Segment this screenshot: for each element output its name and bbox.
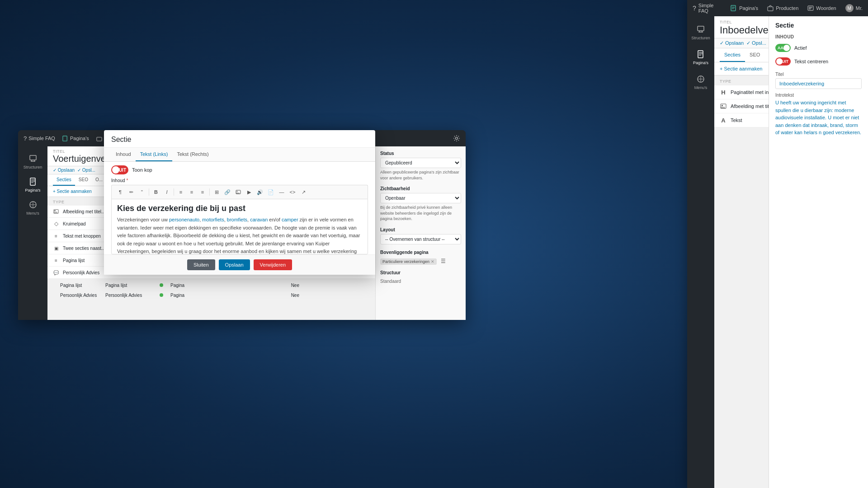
toolbar-list-ol[interactable]: ≡ (187, 187, 197, 197)
front-tab-seo[interactable]: SEO (75, 174, 92, 186)
toolbar-file[interactable]: 📄 (266, 187, 276, 197)
sectie-title-input[interactable] (775, 78, 862, 89)
svg-rect-11 (63, 136, 67, 141)
modal-tabs: Inhoud Tekst (Links) Tekst (Rechts) (104, 148, 375, 162)
front-layout-section: Layout -- Overnemen van structuur -- (380, 227, 461, 244)
front-twee-secties-icon: ▣ (53, 245, 59, 251)
back-nav-paginas[interactable]: Pagina's (687, 46, 714, 69)
toolbar-link[interactable]: 🔗 (222, 187, 232, 197)
front-bovenliggende-tag[interactable]: Particuliere verzekeringen ✕ (380, 258, 437, 265)
toggle-uit[interactable]: UIT (775, 57, 791, 66)
menus-icon (696, 74, 706, 84)
front-zichtbaarheid-desc: Bij de zichtbaarheid privé kunnen alleen… (380, 205, 461, 222)
back-tab-seo[interactable]: SEO (745, 48, 764, 62)
toolbar-list-ul[interactable]: ≡ (198, 187, 208, 197)
front-nav-paginas[interactable]: Pagina's (18, 173, 47, 196)
svg-rect-20 (30, 155, 36, 160)
toolbar-align-left[interactable]: ≡ (176, 187, 186, 197)
front-preview-button[interactable]: ✓ Opsl... (77, 168, 95, 173)
modal-toolbar: ¶ ✏ " B I ≡ ≡ ≡ ⊞ 🔗 ▶ 🔊 📄 — <> ↗ (111, 185, 368, 199)
front-layout-title: Layout (380, 227, 461, 232)
modal-tab-tekst-rechts[interactable]: Tekst (Rechts) (172, 148, 213, 161)
front-status-select[interactable]: Gepubliceerd (380, 158, 461, 168)
toolbar-italic[interactable]: I (162, 187, 172, 197)
front-tab-secties[interactable]: Secties (53, 174, 75, 186)
toolbar-bold[interactable]: B (151, 187, 161, 197)
front-paginas-icon (28, 177, 38, 187)
svg-rect-7 (698, 51, 703, 58)
svg-rect-4 (768, 7, 773, 11)
table-row[interactable]: Pagina lijst Pagina lijst Pagina Nee (47, 281, 375, 291)
back-nav-menus[interactable]: Menu's (687, 70, 714, 94)
modal-link-motorfiets[interactable]: motorfiets (202, 217, 224, 222)
svg-rect-1 (732, 7, 735, 7)
toolbar-pen[interactable]: ✏ (126, 187, 136, 197)
back-topbar-products[interactable]: Producten (767, 5, 798, 11)
modal-tab-inhoud[interactable]: Inhoud (111, 148, 136, 161)
front-zichtbaarheid-title: Zichtbaarheid (380, 186, 461, 191)
sectie-inhoud-label: Inhoud (769, 33, 868, 41)
modal-sluiten-button[interactable]: Sluiten (187, 259, 215, 270)
modal-editor[interactable]: Kies de verzekering die bij u past Verze… (111, 199, 368, 254)
front-zichtbaarheid-section: Zichtbaarheid Openbaar Bij de zichtbaarh… (380, 186, 461, 222)
modal-link-bromfiets[interactable]: bromfiets (227, 217, 247, 222)
toolbar-quote[interactable]: " (137, 187, 147, 197)
modal-verwijderen-button[interactable]: Verwijderen (254, 259, 292, 270)
front-sidebar: Structuren Pagina's Menu's (18, 146, 47, 320)
front-table: Pagina lijst Pagina lijst Pagina Nee Per… (47, 281, 375, 300)
toolbar-hr[interactable]: — (277, 187, 287, 197)
modal-toon-kop-toggle[interactable]: UIT (111, 165, 128, 174)
back-topbar-user[interactable]: M Mr. (845, 4, 863, 12)
toolbar-code[interactable]: <> (288, 187, 297, 197)
back-nav-structuren[interactable]: Structuren (687, 21, 714, 44)
front-bovenliggende-section: Bovenliggende pagina Particuliere verzek… (380, 250, 461, 265)
back-topbar-words[interactable]: Woorden (807, 5, 836, 11)
toggle-aan-caption: Actief (794, 45, 807, 51)
front-status-title: Status (380, 151, 461, 156)
table-row[interactable]: Persoonlijk Advies Persoonlijk Advies Pa… (47, 291, 375, 300)
modal-required-indicator: * (126, 178, 128, 183)
toggle-uit-caption: Tekst centreren (794, 59, 828, 64)
svg-rect-6 (698, 26, 704, 31)
back-tab-secties[interactable]: Secties (720, 48, 745, 62)
sectie-title-label: Titel (769, 68, 868, 78)
toggle-aan[interactable]: AAN (775, 44, 791, 52)
modal-tab-tekst-links[interactable]: Tekst (Links) (136, 148, 173, 161)
modal-header: Sectie (104, 130, 375, 148)
modal-link-personenauto[interactable]: personenauto (169, 217, 199, 222)
toolbar-video[interactable]: ▶ (244, 187, 254, 197)
back-topbar-faq[interactable]: ? Simple FAQ (693, 3, 722, 14)
modal-opslaan-button[interactable]: Opslaan (219, 259, 250, 270)
sectie-toggle-aan-row: AAN Actief (769, 41, 868, 55)
front-topbar-faq[interactable]: ? Simple FAQ (24, 135, 55, 142)
toolbar-table[interactable]: ⊞ (212, 187, 222, 197)
front-persoonlijk-advies-icon: 💬 (53, 269, 59, 276)
front-tag-remove[interactable]: ✕ (431, 259, 434, 264)
modal-link-camper[interactable]: camper (282, 217, 298, 222)
toolbar-image[interactable] (233, 187, 243, 197)
toolbar-sep-1 (149, 188, 149, 196)
modal-title: Sectie (111, 136, 368, 144)
back-topbar-pages[interactable]: Pagina's (731, 5, 758, 11)
paginatitel-icon: H (720, 89, 727, 96)
front-save-button[interactable]: ✓ Opslaan (53, 168, 75, 173)
front-nav-menus[interactable]: Menu's (18, 196, 47, 219)
front-settings-gear[interactable] (453, 135, 460, 142)
back-save-button[interactable]: ✓ Opslaan (720, 40, 744, 46)
front-bovenliggende-list[interactable]: ☰ (441, 258, 446, 264)
toolbar-fullscreen[interactable]: ↗ (298, 187, 308, 197)
front-layout-select[interactable]: -- Overnemen van structuur -- (380, 234, 461, 244)
front-structuur-title: Structuur (380, 270, 461, 275)
afbeelding-icon (720, 103, 727, 110)
back-preview-button[interactable]: ✓ Opsl... (746, 40, 766, 46)
front-topbar-pages[interactable]: Pagina's (62, 136, 89, 141)
sectie-toggle-uit-row: UIT Tekst centreren (769, 55, 868, 68)
front-zichtbaarheid-select[interactable]: Openbaar (380, 193, 461, 203)
toolbar-paragraph[interactable]: ¶ (115, 187, 125, 197)
toolbar-audio[interactable]: 🔊 (255, 187, 265, 197)
modal-editor-heading: Kies de verzekering die bij u past (117, 204, 362, 213)
front-nav-structuren[interactable]: Structuren (18, 150, 47, 173)
modal-link-caravan[interactable]: caravan (250, 217, 268, 222)
front-structuren-icon (28, 154, 38, 164)
front-structuur-section: Structuur Standaard (380, 270, 461, 286)
